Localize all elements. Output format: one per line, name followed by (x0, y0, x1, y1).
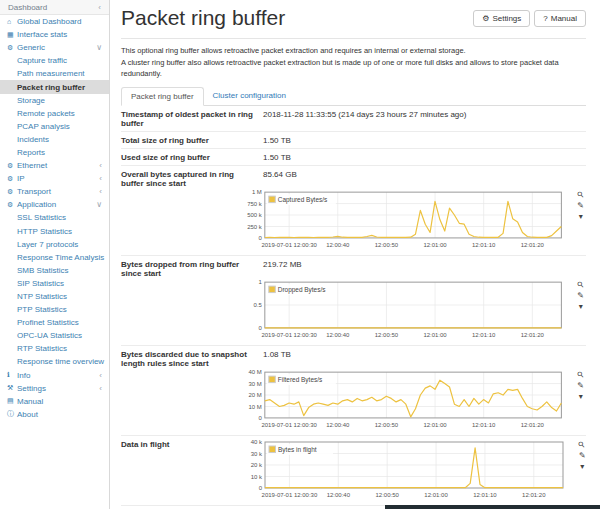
sidebar-item-about[interactable]: ⓘAbout (0, 408, 109, 421)
sidebar-item-label: Info (17, 371, 30, 380)
gear-icon: ⚙ (7, 175, 17, 183)
sidebar-item-reports[interactable]: Reports (0, 146, 109, 159)
svg-text:12:00:40: 12:00:40 (326, 332, 350, 338)
sidebar-item-label: Packet ring buffer (17, 83, 85, 92)
sidebar-item-layer-7-protocols[interactable]: Layer 7 protocols (0, 238, 109, 251)
svg-text:10 k: 10 k (251, 474, 263, 480)
sidebar-item-profinet-statistics[interactable]: Profinet Statistics (0, 316, 109, 329)
zoom-icon[interactable]: ⚲ (576, 280, 586, 290)
sidebar-item-application[interactable]: ⚙Application∨ (0, 198, 109, 211)
zoom-icon[interactable]: ⚲ (576, 190, 586, 200)
stat-label: Bytes dropped from ring buffer since sta… (121, 260, 263, 278)
collapse-icon[interactable]: ▾ (579, 393, 583, 401)
sidebar-item-label: SSL Statistics (17, 213, 66, 222)
edit-icon[interactable]: ✎ (577, 382, 584, 390)
sidebar-item-path-measurement[interactable]: Path measurement (0, 67, 109, 80)
intro-line-2: A cluster ring buffer also allows retroa… (121, 58, 559, 79)
svg-text:20 k: 20 k (251, 462, 263, 468)
sidebar-item-ssl-statistics[interactable]: SSL Statistics (0, 211, 109, 224)
sidebar-item-global-dashboard[interactable]: ⌂Global Dashboard (0, 15, 109, 28)
sidebar-item-rtp-statistics[interactable]: RTP Statistics (0, 342, 109, 355)
svg-text:12:01:10: 12:01:10 (472, 242, 496, 248)
sidebar-item-packet-ring-buffer[interactable]: Packet ring buffer (0, 80, 109, 93)
collapse-icon[interactable]: ▾ (579, 303, 583, 311)
svg-text:20 M: 20 M (249, 392, 262, 398)
svg-text:12:00:50: 12:00:50 (375, 422, 399, 428)
stat-row-total-size-of-ring-buffer: Total size of ring buffer1.50 TB (121, 132, 586, 149)
stat-value: 1.50 TB (263, 153, 291, 162)
sidebar-item-transport[interactable]: ⚙Transport‹ (0, 185, 109, 198)
sidebar-item-info[interactable]: ℹInfo‹ (0, 369, 109, 382)
sidebar-item-storage[interactable]: Storage (0, 94, 109, 107)
svg-text:12:01:20: 12:01:20 (521, 332, 545, 338)
sidebar-item-settings[interactable]: ⚒Settings‹ (0, 382, 109, 395)
manual-button[interactable]: ? Manual (534, 10, 586, 27)
sidebar-item-opc-ua-statistics[interactable]: OPC-UA Statistics (0, 329, 109, 342)
svg-text:30 M: 30 M (249, 381, 262, 387)
captured-bytes-chart[interactable]: 1 M750 k500 k250 k02019-07-01 12:00:3012… (229, 190, 577, 252)
sidebar-item-label: About (17, 410, 38, 419)
stat-row-bytes-discarded-due-to-snapshot-length-rules-since-start: Bytes discarded due to snapshot length r… (121, 346, 586, 436)
settings-button[interactable]: ⚙ Settings (473, 10, 530, 27)
sidebar-item-label: Global Dashboard (17, 17, 81, 26)
sidebar: Dashboard ‹ ⌂Global Dashboard▦Interface … (0, 0, 110, 509)
sidebar-item-remote-packets[interactable]: Remote packets (0, 107, 109, 120)
interface-stats-icon: ▦ (7, 31, 17, 39)
svg-text:30 k: 30 k (251, 451, 263, 457)
bytes-in-flight-chart-holder: 40 k30 k20 k10 k02019-07-01 12:00:3012:0… (229, 440, 588, 502)
chart-tools: ⚲✎▾ (577, 370, 586, 432)
sidebar-item-incidents[interactable]: Incidents (0, 133, 109, 146)
edit-icon[interactable]: ✎ (577, 292, 584, 300)
sidebar-item-ip[interactable]: ⚙IP‹ (0, 172, 109, 185)
main-content: Packet ring buffer ⚙ Settings ? Manual T… (111, 0, 600, 509)
chevron-icon: ‹ (99, 187, 102, 196)
sidebar-header-label: Dashboard (8, 3, 47, 12)
tab-cluster-configuration[interactable]: Cluster configuration (204, 87, 295, 106)
sidebar-item-label: Generic (17, 43, 45, 52)
svg-text:12:00:50: 12:00:50 (376, 492, 400, 498)
sidebar-item-label: Incidents (17, 135, 49, 144)
svg-text:Dropped Bytes/s: Dropped Bytes/s (278, 286, 326, 294)
sidebar-item-label: Capture traffic (17, 56, 67, 65)
sidebar-item-response-time-analysis[interactable]: Response Time Analysis (0, 251, 109, 264)
zoom-icon[interactable]: ⚲ (577, 440, 587, 450)
sidebar-header-dashboard[interactable]: Dashboard ‹ (0, 0, 109, 15)
sidebar-item-generic[interactable]: ⚙Generic∨ (0, 41, 109, 54)
sidebar-item-ntp-statistics[interactable]: NTP Statistics (0, 290, 109, 303)
sidebar-item-interface-stats[interactable]: ▦Interface stats (0, 28, 109, 41)
sidebar-item-http-statistics[interactable]: HTTP Statistics (0, 225, 109, 238)
chevron-left-icon: ‹ (98, 3, 101, 12)
global-dashboard-icon: ⌂ (7, 18, 17, 25)
sidebar-item-ptp-statistics[interactable]: PTP Statistics (0, 303, 109, 316)
sidebar-item-capture-traffic[interactable]: Capture traffic (0, 54, 109, 67)
dropped-bytes-chart[interactable]: 10.502019-07-01 12:00:3012:00:4012:00:50… (229, 280, 577, 342)
bytes-in-flight-chart[interactable]: 40 k30 k20 k10 k02019-07-01 12:00:3012:0… (229, 440, 579, 502)
sidebar-item-ethernet[interactable]: ⚙Ethernet‹ (0, 159, 109, 172)
dropped-bytes-chart-holder: 10.502019-07-01 12:00:3012:00:4012:00:50… (229, 280, 586, 342)
sidebar-item-response-time-overview[interactable]: Response time overview (0, 355, 109, 368)
stat-label: Total size of ring buffer (121, 136, 263, 145)
gear-icon: ⚙ (482, 14, 489, 23)
collapse-icon[interactable]: ▾ (579, 213, 583, 221)
settings-button-label: Settings (492, 14, 521, 23)
svg-text:500 k: 500 k (247, 212, 262, 218)
edit-icon[interactable]: ✎ (577, 202, 584, 210)
collapse-icon[interactable]: ▾ (580, 463, 584, 471)
filtered-bytes-chart[interactable]: 40 M30 M20 M10 M02019-07-01 12:00:3012:0… (229, 370, 577, 432)
stat-line: Total size of ring buffer1.50 TB (121, 136, 586, 145)
sidebar-item-smb-statistics[interactable]: SMB Statistics (0, 264, 109, 277)
chart-tools: ⚲✎▾ (579, 440, 588, 502)
sidebar-item-label: SMB Statistics (17, 266, 69, 275)
sidebar-item-manual[interactable]: ▤Manual (0, 395, 109, 408)
chevron-icon: ‹ (99, 371, 102, 380)
edit-icon[interactable]: ✎ (579, 452, 586, 460)
sidebar-item-sip-statistics[interactable]: SIP Statistics (0, 277, 109, 290)
chart-tools: ⚲✎▾ (577, 190, 586, 252)
sidebar-item-pcap-analysis[interactable]: PCAP analysis (0, 120, 109, 133)
wrench-icon: ⚒ (7, 384, 17, 392)
tab-packet-ring-buffer[interactable]: Packet ring buffer (121, 87, 204, 106)
stat-row-data-in-flight: Data in flight40 k30 k20 k10 k02019-07-0… (121, 436, 586, 506)
sidebar-item-label: Storage (17, 96, 45, 105)
stat-line: Timestamp of oldest packet in ring buffe… (121, 110, 586, 128)
zoom-icon[interactable]: ⚲ (576, 370, 586, 380)
